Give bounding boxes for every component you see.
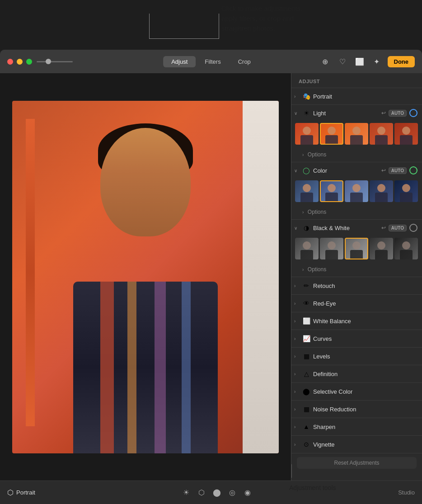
color-thumbnails <box>291 179 422 206</box>
bw-undo[interactable]: ↩ <box>381 225 386 231</box>
bw-thumbnails <box>291 236 422 263</box>
maximize-button[interactable] <box>26 59 32 65</box>
share-button[interactable]: ⬜ <box>353 55 366 68</box>
color-controls: ↩ AUTO <box>381 166 417 174</box>
bw-header[interactable]: ∨ ◑ Black & White ↩ AUTO <box>291 220 422 236</box>
tab-filters[interactable]: Filters <box>197 56 229 67</box>
levels-icon: ▦ <box>302 352 310 360</box>
portrait-title: Portrait <box>313 93 417 100</box>
vignette-title: Vignette <box>313 441 417 448</box>
done-button[interactable]: Done <box>388 56 415 67</box>
light-toggle[interactable] <box>409 109 417 117</box>
portrait-icon: 🎭 <box>302 92 310 100</box>
bw-section: ∨ ◑ Black & White ↩ AUTO <box>291 220 422 277</box>
bw-options[interactable]: › Options <box>291 263 422 277</box>
light-thumb-2[interactable] <box>320 123 343 145</box>
content-area: ADJUST › 🎭 Portrait ∨ ☀ Light <box>0 73 422 480</box>
light-thumb-5[interactable] <box>394 123 418 145</box>
color-header[interactable]: ∨ ◯ Color ↩ AUTO <box>291 162 422 179</box>
title-tabs: Adjust Filters Crop <box>163 56 259 67</box>
tab-adjust[interactable]: Adjust <box>163 56 196 67</box>
cube-tool-icon[interactable]: ⬡ <box>196 487 207 498</box>
bw-auto[interactable]: AUTO <box>389 225 407 231</box>
reset-adjustments-button[interactable]: Reset Adjustments <box>297 457 417 469</box>
bw-thumb-1[interactable] <box>295 238 319 259</box>
tab-crop[interactable]: Crop <box>230 56 259 67</box>
light-options[interactable]: › Options <box>291 148 422 162</box>
portrait-header[interactable]: › 🎭 Portrait <box>291 88 422 104</box>
definition-title: Definition <box>313 371 417 377</box>
portrait-section: › 🎭 Portrait <box>291 88 422 105</box>
red-eye-item[interactable]: › 👁 Red-Eye <box>291 295 422 312</box>
bw-thumb-3[interactable] <box>345 238 368 259</box>
selective-color-icon: ⬤ <box>302 387 310 396</box>
color-options[interactable]: › Options <box>291 206 422 219</box>
bw-icon: ◑ <box>302 224 310 232</box>
bw-thumb-5[interactable] <box>394 238 418 259</box>
definition-item[interactable]: › △ Definition <box>291 365 422 383</box>
light-icon: ☀ <box>302 109 310 117</box>
portrait-photo <box>12 101 279 453</box>
color-thumb-2[interactable] <box>320 180 343 202</box>
bottom-tools: ☀ ⬡ ⬤ ◎ ◉ <box>181 487 253 498</box>
color-icon: ◯ <box>302 166 310 174</box>
light-header[interactable]: ∨ ☀ Light ↩ AUTO <box>291 105 422 121</box>
retouch-title: Retouch <box>313 283 417 289</box>
favorite-button[interactable]: ♡ <box>336 55 349 68</box>
enhance-button[interactable]: ✦ <box>370 55 383 68</box>
tooltip-text: Click to make adjustments, apply filters… <box>221 4 413 33</box>
light-thumb-1[interactable] <box>295 123 319 145</box>
curves-icon: 📈 <box>302 334 310 343</box>
color-thumb-4[interactable] <box>370 180 393 202</box>
selective-color-item[interactable]: › ⬤ Selective Color <box>291 383 422 400</box>
sharpen-icon: ▲ <box>302 423 310 431</box>
vignette-item[interactable]: › ⊙ Vignette <box>291 436 422 453</box>
title-actions: ⊕ ♡ ⬜ ✦ Done <box>319 55 415 68</box>
levels-title: Levels <box>313 353 417 360</box>
color-thumb-1[interactable] <box>295 180 319 202</box>
ring-tool-icon[interactable]: ◎ <box>227 487 238 498</box>
noise-reduction-item[interactable]: › ▦ Noise Reduction <box>291 400 422 418</box>
red-eye-title: Red-Eye <box>313 300 417 307</box>
white-balance-title: White Balance <box>313 318 417 325</box>
red-eye-icon: 👁 <box>302 299 310 307</box>
adjust-header: ADJUST <box>291 73 422 88</box>
noise-reduction-title: Noise Reduction <box>313 406 417 413</box>
tooltip-area: Click to make adjustments, apply filters… <box>0 0 422 50</box>
levels-item[interactable]: › ▦ Levels <box>291 348 422 365</box>
studio-label: Studio <box>398 489 415 496</box>
color-section: ∨ ◯ Color ↩ AUTO <box>291 162 422 220</box>
close-button[interactable] <box>7 59 13 65</box>
light-chevron: ∨ <box>294 111 300 116</box>
color-undo[interactable]: ↩ <box>381 167 386 174</box>
retouch-item[interactable]: › ✏ Retouch <box>291 277 422 295</box>
ring2-tool-icon[interactable]: ◉ <box>242 487 253 498</box>
color-thumb-5[interactable] <box>394 180 418 202</box>
photo-container <box>0 73 291 480</box>
bw-toggle[interactable] <box>409 224 417 232</box>
color-auto[interactable]: AUTO <box>389 167 407 174</box>
portrait-cube-icon: ⬡ <box>7 488 14 497</box>
retouch-icon: ✏ <box>302 282 310 290</box>
minimize-button[interactable] <box>17 59 23 65</box>
curves-item[interactable]: › 📈 Curves <box>291 330 422 348</box>
sharpen-item[interactable]: › ▲ Sharpen <box>291 418 422 436</box>
light-undo[interactable]: ↩ <box>381 110 386 116</box>
sun-tool-icon[interactable]: ☀ <box>181 487 192 498</box>
light-thumb-3[interactable] <box>345 123 368 145</box>
circle-tool-icon[interactable]: ⬤ <box>211 487 222 498</box>
more-options-button[interactable]: ⊕ <box>319 55 332 68</box>
definition-icon: △ <box>302 370 310 378</box>
color-toggle[interactable] <box>409 166 417 174</box>
light-auto[interactable]: AUTO <box>389 110 407 117</box>
adjust-list: › 🎭 Portrait ∨ ☀ Light ↩ AUTO <box>291 88 422 480</box>
color-thumb-3[interactable] <box>345 180 368 202</box>
white-balance-item[interactable]: › ⬜ White Balance <box>291 312 422 330</box>
portrait-label: ⬡ Portrait <box>7 488 35 497</box>
bottom-bar: ⬡ Portrait ☀ ⬡ ⬤ ◎ ◉ Studio <box>0 480 422 504</box>
noise-reduction-icon: ▦ <box>302 405 310 413</box>
brightness-slider[interactable] <box>37 61 73 62</box>
bw-thumb-4[interactable] <box>370 238 393 259</box>
bw-thumb-2[interactable] <box>320 238 343 259</box>
light-thumb-4[interactable] <box>370 123 393 145</box>
